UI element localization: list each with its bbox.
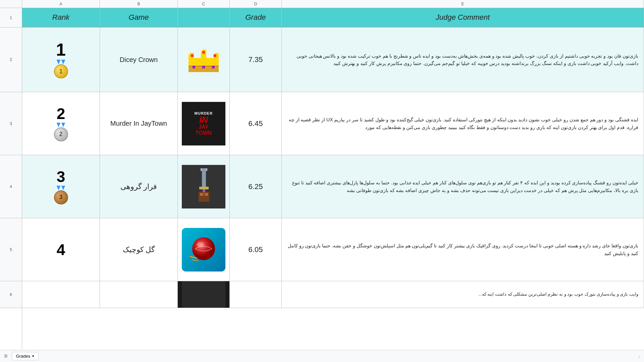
rank-cell-4: 4: [22, 218, 100, 281]
svg-rect-11: [202, 66, 205, 68]
game-name-2: Murder In JayTown: [110, 120, 167, 127]
grade-2: 6.45: [249, 119, 263, 128]
svg-rect-10: [193, 66, 195, 68]
comment-cell-4: بازی‌تون واقعا جای رشد داره و هسته اصلی …: [282, 218, 644, 281]
judge-comment-3: خیلی ایده‌تون رو قشنگ پیاده‌سازی کرده بو…: [283, 176, 642, 197]
grade-cell-2: 6.45: [230, 92, 282, 155]
judge-comment-5: وایب بازی و پیاده‌سازی نتورک خوب بود و ب…: [283, 288, 642, 301]
table-row: 4 گل کوچیک: [22, 218, 644, 281]
grade-cell-3: 6.25: [230, 155, 282, 218]
table-row: 1 1 Dicey Crown: [22, 27, 644, 92]
svg-rect-16: [202, 168, 206, 188]
svg-rect-12: [212, 66, 215, 68]
game-thumb-cell-5: ...: [178, 281, 230, 308]
svg-rect-14: [201, 50, 202, 51]
table-row: 2 2 Murder In JayTown: [22, 92, 644, 155]
medal-3: 3: [54, 186, 68, 204]
table-area: 1 2 3 4 5 6 Rank Game Grade Judge Commen…: [0, 8, 644, 350]
row-num-2[interactable]: 2: [0, 27, 22, 92]
svg-rect-13: [189, 53, 190, 54]
col-header-e[interactable]: E: [282, 0, 644, 8]
table-content: Rank Game Grade Judge Comment 1: [22, 8, 644, 350]
medal-2: 2: [54, 123, 68, 141]
crown-icon: [183, 43, 224, 76]
rank-container-3: 3 3: [54, 169, 68, 204]
partial-thumb-icon: ...: [182, 281, 225, 308]
game-thumb-cell-3: [178, 155, 230, 218]
medal-1: 1: [54, 60, 68, 78]
grade-1: 7.35: [249, 55, 263, 64]
grade-3: 6.25: [249, 182, 263, 191]
rank-cell-3: 3 3: [22, 155, 100, 218]
rank-number-3: 3: [57, 169, 65, 184]
rank-container-1: 1 1: [54, 41, 68, 78]
grade-cell-1: 7.35: [230, 27, 282, 92]
medal-circle-silver: 2: [54, 127, 68, 141]
row-num-3[interactable]: 3: [0, 92, 22, 155]
game-name-cell-3: فرار گروهی: [100, 155, 178, 218]
corner-cell: [0, 0, 22, 8]
svg-rect-7: [191, 54, 194, 57]
row-numbers: 1 2 3 4 5 6: [0, 8, 22, 350]
scroll-right-icon[interactable]: ›: [638, 354, 640, 359]
sheet-tab-grades[interactable]: Grades ▾: [12, 352, 39, 360]
rank-cell-5: [22, 281, 100, 308]
col-header-a[interactable]: A: [22, 0, 100, 8]
game-name-cell-2: Murder In JayTown: [100, 92, 178, 155]
game-name-1: Dicey Crown: [120, 56, 158, 64]
row-num-6[interactable]: 6: [0, 281, 22, 308]
game-name-cell-1: Dicey Crown: [100, 27, 178, 92]
escape-icon: [182, 165, 225, 208]
bottom-bar: ≡ Grades ▾ ›: [0, 350, 644, 362]
judge-comment-2: ایده قشنگی بود و دور هم جمع شدن رو خیلی …: [283, 113, 642, 134]
table-row: 3 3 فرار گروهی: [22, 155, 644, 218]
svg-rect-19: [199, 187, 209, 189]
row-num-4[interactable]: 4: [0, 155, 22, 218]
header-thumbnail: [178, 8, 230, 27]
rank-number-4: 4: [57, 242, 65, 257]
medal-circle-bronze: 3: [54, 190, 68, 204]
sheet-tab-dropdown-icon[interactable]: ▾: [32, 354, 34, 358]
header-row: Rank Game Grade Judge Comment: [22, 8, 644, 27]
medal-circle-gold: 1: [54, 64, 68, 78]
murder-top-text: MURDER: [195, 111, 213, 115]
svg-rect-15: [213, 53, 215, 54]
header-judge-comment: Judge Comment: [282, 8, 644, 27]
spreadsheet: A B C D E 1 2 3 4 5 6 Rank Game Grade Ju…: [0, 0, 644, 362]
rank-number-2: 2: [57, 106, 65, 121]
comment-cell-1: بازی‌تون فان بود و تجربه خوبی داشتیم از …: [282, 27, 644, 92]
col-header-d[interactable]: D: [230, 0, 282, 8]
rank-container-4: 4: [57, 242, 65, 257]
col-header-c[interactable]: C: [178, 0, 230, 8]
svg-rect-23: [205, 193, 208, 196]
game-thumb-cell-4: [178, 218, 230, 281]
col-header-b[interactable]: B: [100, 0, 178, 8]
rank-cell-1: 1 1: [22, 27, 100, 92]
murder-thumbnail: MURDER IN JAY TOWN: [182, 102, 225, 145]
header-game: Game: [100, 8, 178, 27]
svg-line-27: [192, 260, 198, 261]
sheet-tab-label: Grades: [16, 354, 31, 359]
svg-rect-9: [214, 54, 216, 57]
svg-rect-17: [201, 168, 202, 171]
row-num-5[interactable]: 5: [0, 218, 22, 281]
hamburger-icon[interactable]: ≡: [4, 353, 8, 360]
column-headers: A B C D E: [0, 0, 644, 8]
grade-cell-5: [230, 281, 282, 308]
game-name-cell-4: گل کوچیک: [100, 218, 178, 281]
game-thumb-cell-1: [178, 27, 230, 92]
svg-rect-22: [200, 193, 203, 196]
header-rank: Rank: [22, 8, 100, 27]
game-name-4: گل کوچیک: [123, 245, 155, 254]
grade-cell-4: 6.05: [230, 218, 282, 281]
svg-point-25: [197, 242, 204, 247]
svg-rect-6: [206, 58, 213, 66]
judge-comment-1: بازی‌تون فان بود و تجربه خوبی داشتیم از …: [283, 50, 642, 70]
svg-rect-5: [194, 58, 201, 66]
comment-cell-3: خیلی ایده‌تون رو قشنگ پیاده‌سازی کرده بو…: [282, 155, 644, 218]
rank-container-2: 2 2: [54, 106, 68, 141]
rank-cell-2: 2 2: [22, 92, 100, 155]
svg-text:...: ...: [202, 293, 205, 297]
svg-rect-8: [202, 51, 205, 54]
row-num-1[interactable]: 1: [0, 8, 22, 27]
